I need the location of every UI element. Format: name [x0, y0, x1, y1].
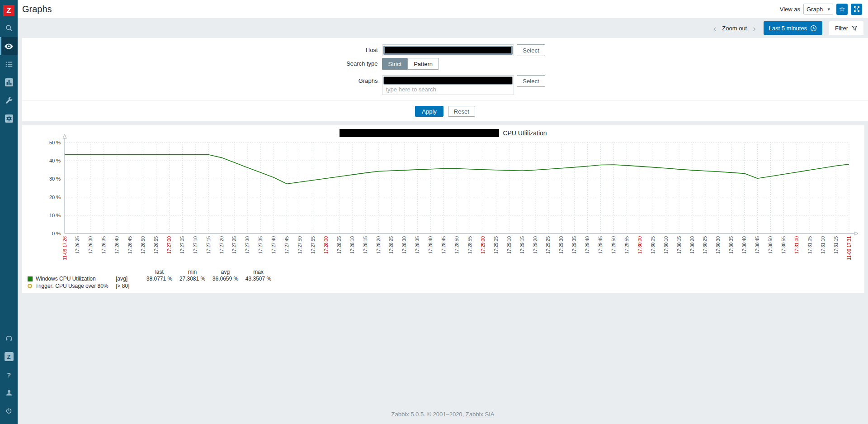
svg-text:17:28:35: 17:28:35 — [415, 236, 420, 254]
host-chip[interactable] — [383, 46, 513, 55]
series-max-value: 43.3507 % — [242, 276, 275, 282]
svg-text:17:28:30: 17:28:30 — [402, 236, 407, 254]
svg-text:17:30:55: 17:30:55 — [781, 236, 786, 254]
zabbix-share-icon: Z — [5, 352, 14, 361]
reset-button[interactable]: Reset — [448, 106, 475, 117]
clock-icon — [810, 25, 817, 32]
filter-panel: Host Select Search type Strict Pattern G… — [22, 38, 868, 121]
headphones-icon — [5, 334, 13, 343]
sidebar-item-inventory[interactable] — [0, 55, 18, 73]
svg-text:17:31:05: 17:31:05 — [807, 236, 812, 254]
svg-text:17:27:20: 17:27:20 — [219, 236, 224, 254]
view-as-select[interactable]: Graph ▾ — [803, 4, 833, 14]
svg-text:17:26:45: 17:26:45 — [127, 236, 132, 254]
svg-text:17:31:10: 17:31:10 — [821, 236, 826, 254]
svg-text:17:28:25: 17:28:25 — [389, 236, 394, 254]
favourite-button[interactable]: ☆ — [836, 4, 848, 15]
svg-text:17:29:10: 17:29:10 — [507, 236, 512, 254]
sidebar-item-monitoring[interactable] — [0, 37, 18, 55]
list-icon — [5, 60, 13, 68]
page-header: Graphs View as Graph ▾ ☆ — [18, 0, 868, 18]
svg-text:17:28:15: 17:28:15 — [363, 236, 368, 254]
search-type-pattern-button[interactable]: Pattern — [407, 58, 439, 70]
user-icon — [5, 389, 13, 397]
page-footer: Zabbix 5.0.5. © 2001–2020, Zabbix SIA — [18, 411, 868, 418]
sidebar-item-help[interactable]: ? — [0, 366, 18, 384]
svg-text:17:29:20: 17:29:20 — [533, 236, 538, 254]
zabbix-logo[interactable]: Z — [3, 5, 14, 16]
filter-funnel-icon — [852, 25, 858, 31]
svg-text:17:28:10: 17:28:10 — [350, 236, 355, 254]
sidebar-item-search[interactable] — [0, 19, 18, 37]
zoom-out-button[interactable]: Zoom out — [722, 25, 747, 32]
series-avg-value: 36.0659 % — [209, 276, 242, 282]
sidebar-item-configuration[interactable] — [0, 91, 18, 110]
time-shift-back-button[interactable]: ‹ — [712, 24, 718, 33]
time-shift-forward-button[interactable]: › — [751, 24, 757, 33]
svg-text:17:29:50: 17:29:50 — [611, 236, 616, 254]
svg-text:17:27:55: 17:27:55 — [311, 236, 316, 254]
kiosk-mode-button[interactable] — [851, 4, 862, 15]
svg-text:17:27:50: 17:27:50 — [297, 236, 302, 254]
trigger-name: Trigger: CPU Usage over 80% — [35, 283, 108, 289]
legend-header-max: max — [242, 269, 275, 275]
cpu-graph-svg[interactable]: 0 %10 %20 %30 %40 %50 %11-09 17:2617:26:… — [22, 134, 864, 270]
svg-text:17:29:35: 17:29:35 — [572, 236, 577, 254]
svg-text:17:26:40: 17:26:40 — [114, 236, 119, 254]
sidebar-item-reports[interactable] — [0, 73, 18, 91]
host-select-button[interactable]: Select — [517, 44, 545, 56]
legend-header-row: last min avg max — [28, 269, 275, 275]
footer-zabbix-sia-link[interactable]: Zabbix SIA — [466, 411, 495, 418]
bar-chart-icon — [5, 78, 14, 87]
search-type-strict-button[interactable]: Strict — [382, 58, 408, 70]
apply-button[interactable]: Apply — [415, 106, 443, 117]
svg-text:17:27:05: 17:27:05 — [180, 236, 185, 254]
redacted-host-value — [385, 47, 511, 53]
host-row: Host Select — [345, 44, 545, 56]
legend-header-min: min — [176, 269, 209, 275]
svg-text:17:29:00: 17:29:00 — [481, 236, 486, 254]
svg-text:17:27:45: 17:27:45 — [284, 236, 289, 254]
eye-icon — [4, 42, 14, 51]
svg-text:17:27:10: 17:27:10 — [193, 236, 198, 254]
graphs-select-button[interactable]: Select — [517, 75, 545, 87]
svg-text:17:27:35: 17:27:35 — [258, 236, 263, 254]
svg-text:17:27:40: 17:27:40 — [271, 236, 276, 254]
trigger-color-swatch — [28, 284, 32, 288]
graphs-label: Graphs — [345, 75, 378, 84]
time-range-tab[interactable]: Last 5 minutes — [764, 21, 823, 35]
series-min-value: 27.3081 % — [176, 276, 209, 282]
view-as-value: Graph — [807, 6, 823, 13]
svg-text:17:31:00: 17:31:00 — [794, 236, 799, 254]
help-icon: ? — [7, 371, 11, 379]
sidebar-item-share[interactable]: Z — [0, 348, 18, 366]
svg-text:17:26:30: 17:26:30 — [88, 236, 93, 254]
search-type-row: Search type Strict Pattern — [345, 58, 545, 70]
sidebar-item-signout[interactable] — [0, 402, 18, 420]
svg-text:17:28:45: 17:28:45 — [441, 236, 446, 254]
svg-text:17:29:05: 17:29:05 — [494, 236, 499, 254]
graphs-field[interactable] — [382, 75, 514, 95]
filter-tab[interactable]: Filter — [829, 21, 863, 35]
filter-separator — [22, 100, 868, 100]
svg-text:17:28:40: 17:28:40 — [428, 236, 433, 254]
sidebar-item-administration[interactable] — [0, 110, 18, 128]
svg-text:17:27:25: 17:27:25 — [232, 236, 237, 254]
svg-text:17:29:55: 17:29:55 — [624, 236, 629, 254]
svg-text:17:30:35: 17:30:35 — [729, 236, 734, 254]
sidebar-item-user-profile[interactable] — [0, 384, 18, 402]
view-as-label: View as — [780, 6, 800, 13]
svg-text:0 %: 0 % — [52, 231, 61, 236]
svg-text:11-09 17:26: 11-09 17:26 — [62, 236, 67, 260]
sidebar-item-support[interactable] — [0, 329, 18, 348]
svg-text:20 %: 20 % — [49, 195, 61, 200]
legend-header-last: last — [143, 269, 176, 275]
svg-text:17:29:15: 17:29:15 — [520, 236, 525, 254]
graphs-chip[interactable] — [383, 76, 513, 85]
svg-text:17:30:30: 17:30:30 — [716, 236, 721, 254]
series-name: Windows CPU Utilization — [36, 276, 96, 282]
graphs-search-input[interactable] — [383, 86, 513, 94]
footer-version-text: Zabbix 5.0.5. © 2001–2020, — [392, 411, 466, 418]
host-field[interactable] — [382, 44, 514, 56]
graph-widget: CPU Utlilization 0 %10 %20 %30 %40 %50 %… — [22, 125, 864, 293]
